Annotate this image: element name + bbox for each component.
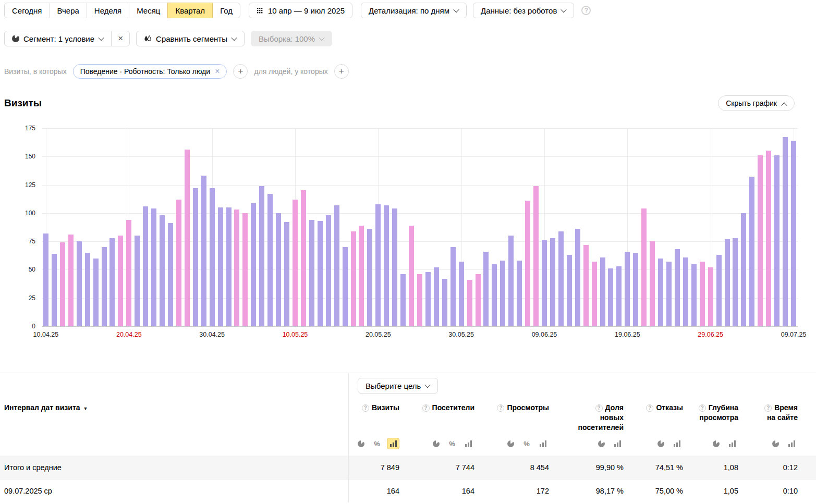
chart-bar-weekend[interactable] [700,262,705,326]
chart-bar[interactable] [459,262,464,326]
chart-bar[interactable] [309,220,314,326]
period-button-today[interactable]: Сегодня [4,3,50,18]
segment-dropdown[interactable]: Сегмент: 1 условие [4,31,112,46]
remove-filter-icon[interactable]: × [215,67,220,76]
help-icon[interactable]: ? [595,404,603,412]
period-button-month[interactable]: Месяц [129,3,168,18]
chart-bar[interactable] [716,255,722,326]
pie-view-toggle[interactable] [504,438,517,449]
bars-view-toggle[interactable] [387,438,399,449]
help-icon[interactable]: ? [497,404,504,412]
segment-filter-chip[interactable]: Поведение · Роботность: Только люди × [73,64,227,79]
chart-bar[interactable] [483,252,489,326]
chart-bar[interactable] [160,215,165,326]
chart-bar[interactable] [52,254,57,326]
chart-bar[interactable] [259,186,264,326]
chart-bar[interactable] [226,207,232,326]
chart-bar-weekend[interactable] [293,200,298,326]
chart-bar[interactable] [143,206,148,326]
chart-bar[interactable] [558,231,564,326]
chart-bar[interactable] [450,247,456,326]
chart-bar-weekend[interactable] [467,280,472,326]
chart-bar[interactable] [434,267,439,326]
chart-bar[interactable] [251,203,256,326]
chart-bar[interactable] [326,215,331,326]
chart-bar[interactable] [575,229,580,326]
chart-bar-weekend[interactable] [301,190,306,326]
help-icon[interactable]: ? [646,404,653,412]
compare-segments-button[interactable]: Сравнить сегменты [136,31,245,46]
chart-bar[interactable] [384,205,389,326]
chart-bar[interactable] [725,239,730,326]
chart-bar[interactable] [85,253,90,326]
chart-bar[interactable] [201,176,206,326]
chart-bar-weekend[interactable] [351,231,356,326]
chart-bar[interactable] [658,259,663,326]
percent-view-toggle[interactable]: % [446,438,458,449]
chart-bar-weekend[interactable] [650,241,655,326]
chart-bar[interactable] [135,236,140,326]
period-button-year[interactable]: Год [212,3,240,18]
bars-view-toggle[interactable] [611,438,624,449]
chart-bar[interactable] [517,261,522,326]
chart-bar[interactable] [691,264,697,326]
percent-view-toggle[interactable]: % [371,438,383,449]
chart-bar-weekend[interactable] [533,186,539,326]
chart-bar[interactable] [492,264,497,326]
chart-bar[interactable] [442,279,447,326]
chart-bar-weekend[interactable] [766,151,771,326]
help-icon[interactable]: ? [581,6,591,15]
chart-bar-weekend[interactable] [359,226,364,326]
chart-bar[interactable] [567,255,572,326]
add-visit-condition-button[interactable]: + [233,64,248,79]
sampling-dropdown[interactable]: Выборка: 100% [251,31,332,46]
pie-view-toggle[interactable] [595,438,607,449]
chart-bar-weekend[interactable] [409,226,414,326]
clear-segment-button[interactable]: × [111,31,130,46]
chart-bar[interactable] [284,222,289,326]
chart-bar[interactable] [625,252,630,326]
chart-bar[interactable] [77,241,82,326]
chart-bar-weekend[interactable] [476,274,481,326]
chart-bar[interactable] [683,257,688,326]
chart-bar[interactable] [218,207,223,326]
data-mode-dropdown[interactable]: Данные: без роботов [473,3,574,18]
period-button-quarter[interactable]: Квартал [167,3,213,18]
select-goal-dropdown[interactable]: Выберите цель [358,378,438,394]
chart-bar-weekend[interactable] [176,200,181,326]
chart-bar-weekend[interactable] [583,245,589,326]
chart-bar-weekend[interactable] [758,155,763,326]
help-icon[interactable]: ? [699,404,706,412]
pie-view-toggle[interactable] [710,438,722,449]
chart-bar-weekend[interactable] [60,242,65,326]
date-range-button[interactable]: 10 апр — 9 июл 2025 [249,3,352,18]
chart-bar[interactable] [193,188,198,326]
chart-bar[interactable] [608,268,613,326]
chart-bar-weekend[interactable] [126,220,131,326]
bars-view-toggle[interactable] [726,438,738,449]
chart-bar[interactable] [600,257,605,326]
chart-bar[interactable] [550,238,555,326]
bars-view-toggle[interactable] [785,438,798,449]
bars-view-toggle[interactable] [462,438,474,449]
hide-chart-button[interactable]: Скрыть график [718,95,795,111]
chart-bar[interactable] [508,236,514,326]
chart-bar[interactable] [392,208,397,326]
pie-view-toggle[interactable] [430,438,442,449]
help-icon[interactable]: ? [764,404,772,412]
pie-view-toggle[interactable] [654,438,667,449]
chart-bar-weekend[interactable] [592,262,597,326]
chart-bar-weekend[interactable] [708,267,713,326]
chart-bar-weekend[interactable] [185,150,190,326]
chart-bar[interactable] [666,262,672,326]
chart-bar-weekend[interactable] [118,236,123,326]
help-icon[interactable]: ? [362,404,369,412]
chart-bar[interactable] [276,213,281,326]
period-button-week[interactable]: Неделя [87,3,129,18]
pie-view-toggle[interactable] [769,438,782,449]
chart-bar[interactable] [783,137,788,326]
chart-bar-weekend[interactable] [242,213,248,326]
chart-bar-weekend[interactable] [234,210,239,326]
chart-bar[interactable] [542,240,547,326]
chart-bar[interactable] [375,204,381,327]
